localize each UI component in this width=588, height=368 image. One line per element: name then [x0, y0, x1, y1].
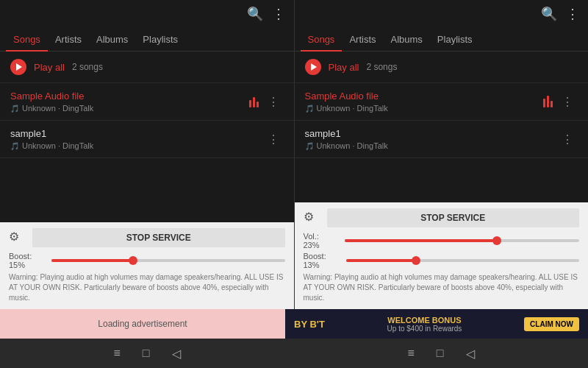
left-panel: 🔍 ⋮ Songs Artists Albums Playlists Play …: [0, 0, 295, 309]
right-bottom-controls: ⚙ STOP SERVICE Vol.:23% Boost:13% Warnin…: [295, 202, 589, 309]
song-meta-right-2: 🎵 Unknown · DingTalk: [305, 141, 558, 150]
song-item-right-1[interactable]: Sample Audio file 🎵 Unknown · DingTalk ⋮: [295, 83, 589, 121]
song-more-left-2[interactable]: ⋮: [263, 131, 284, 148]
equalizer-left: [249, 96, 259, 107]
left-nav-tabs: Songs Artists Albums Playlists: [0, 28, 294, 52]
ad-bottom-row: Loading advertisement BY B'T WELCOME BON…: [0, 309, 588, 339]
bybit-logo: BY B'T: [294, 319, 325, 330]
claim-now-button[interactable]: CLAIM NOW: [524, 317, 579, 331]
tab-songs-left[interactable]: Songs: [6, 28, 48, 51]
song-meta-right-1: 🎵 Unknown · DingTalk: [305, 104, 544, 113]
play-all-label-right: Play all: [329, 62, 359, 73]
right-music-list: Play all 2 songs Sample Audio file 🎵 Unk…: [295, 52, 589, 202]
song-count-right: 2 songs: [366, 62, 397, 72]
tab-albums-left[interactable]: Albums: [89, 28, 135, 51]
tab-artists-left[interactable]: Artists: [48, 28, 89, 51]
song-title-left-1: Sample Audio file: [10, 91, 249, 102]
back-icon-left[interactable]: ◁: [172, 347, 181, 361]
right-header: 🔍 ⋮: [295, 0, 589, 28]
bybit-sub: Up to $400 in Rewards: [387, 325, 462, 333]
boost-slider-row-right: Boost:13%: [304, 252, 580, 269]
tab-artists-right[interactable]: Artists: [342, 28, 383, 51]
play-all-row-right: Play all 2 songs: [295, 52, 589, 83]
left-bottom-controls: ⚙ STOP SERVICE Boost:15% Warning: Playin…: [0, 222, 294, 309]
ad-panel-right[interactable]: BY B'T WELCOME BONUS Up to $400 in Rewar…: [285, 309, 588, 339]
stop-service-btn-right[interactable]: STOP SERVICE: [327, 208, 580, 227]
stop-service-row-left: ⚙ STOP SERVICE: [9, 228, 285, 247]
song-title-right-1: Sample Audio file: [305, 91, 544, 102]
song-meta-left-2: 🎵 Unknown · DingTalk: [10, 141, 263, 150]
left-header: 🔍 ⋮: [0, 0, 294, 28]
ad-loading-text: Loading advertisement: [98, 319, 187, 329]
right-panel: 🔍 ⋮ Songs Artists Albums Playlists Play …: [295, 0, 589, 309]
bottom-nav-right: ≡ □ ◁: [294, 339, 588, 368]
search-icon[interactable]: 🔍: [247, 6, 263, 22]
song-item-left-2[interactable]: sample1 🎵 Unknown · DingTalk ⋮: [0, 121, 294, 158]
more-icon[interactable]: ⋮: [272, 6, 285, 22]
gear-icon-right[interactable]: ⚙: [304, 210, 320, 226]
menu-icon-right[interactable]: ≡: [407, 347, 414, 360]
vol-label-right: Vol.:23%: [304, 232, 340, 250]
more-icon-right[interactable]: ⋮: [566, 6, 579, 22]
search-icon-right[interactable]: 🔍: [541, 6, 557, 22]
song-title-right-2: sample1: [305, 128, 558, 139]
song-meta-left-1: 🎵 Unknown · DingTalk: [10, 104, 249, 113]
boost-slider-right[interactable]: [346, 259, 580, 262]
volume-slider-row-right: Vol.:23%: [304, 232, 580, 250]
back-icon-right[interactable]: ◁: [466, 347, 475, 361]
warning-text-left: Warning: Playing audio at high volumes m…: [9, 272, 285, 303]
song-title-left-2: sample1: [10, 128, 263, 139]
bottom-nav-left: ≡ □ ◁: [0, 339, 294, 368]
ad-panel-left: Loading advertisement: [0, 309, 285, 339]
equalizer-right: [543, 96, 553, 107]
play-all-button-left[interactable]: [10, 59, 26, 75]
left-music-list: Play all 2 songs Sample Audio file 🎵 Unk…: [0, 52, 294, 222]
play-all-label-left: Play all: [34, 62, 65, 73]
tab-albums-right[interactable]: Albums: [384, 28, 430, 51]
song-item-right-2[interactable]: sample1 🎵 Unknown · DingTalk ⋮: [295, 121, 589, 158]
stop-service-row-right: ⚙ STOP SERVICE: [304, 208, 580, 227]
home-icon-right[interactable]: □: [437, 347, 444, 360]
right-nav-tabs: Songs Artists Albums Playlists: [295, 28, 589, 52]
song-more-right-2[interactable]: ⋮: [557, 131, 578, 148]
warning-text-right: Warning: Playing audio at high volumes m…: [304, 272, 580, 303]
bybit-text: WELCOME BONUS Up to $400 in Rewards: [387, 316, 462, 333]
play-all-button-right[interactable]: [305, 59, 321, 75]
boost-slider-row-left: Boost:15%: [9, 252, 285, 269]
home-icon-left[interactable]: □: [143, 347, 150, 360]
gear-icon-left[interactable]: ⚙: [9, 230, 25, 246]
boost-label-left: Boost:15%: [9, 252, 46, 269]
song-more-left-1[interactable]: ⋮: [263, 93, 284, 110]
stop-service-btn-left[interactable]: STOP SERVICE: [32, 228, 285, 247]
song-count-left: 2 songs: [72, 62, 103, 72]
tab-playlists-right[interactable]: Playlists: [430, 28, 480, 51]
play-all-row-left: Play all 2 songs: [0, 52, 294, 83]
bottom-nav-bar: ≡ □ ◁ ≡ □ ◁: [0, 339, 588, 368]
menu-icon-left[interactable]: ≡: [113, 347, 120, 360]
tab-songs-right[interactable]: Songs: [301, 28, 343, 51]
boost-label-right: Boost:13%: [304, 252, 340, 269]
tab-playlists-left[interactable]: Playlists: [135, 28, 185, 51]
bybit-title: WELCOME BONUS: [387, 316, 462, 325]
song-item-left-1[interactable]: Sample Audio file 🎵 Unknown · DingTalk ⋮: [0, 83, 294, 121]
song-more-right-1[interactable]: ⋮: [557, 93, 578, 110]
boost-slider-left[interactable]: [51, 259, 285, 262]
vol-slider-right[interactable]: [345, 239, 580, 242]
